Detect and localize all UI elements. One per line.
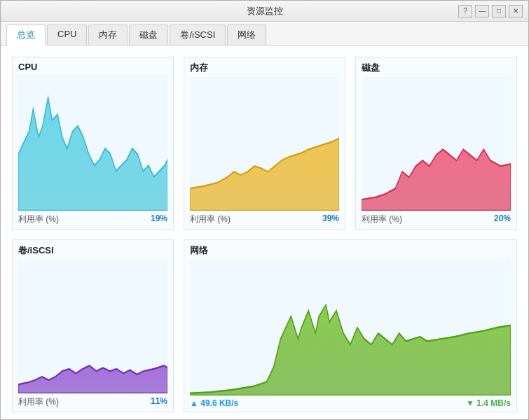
tab-cpu[interactable]: CPU <box>47 24 87 45</box>
tab-volume[interactable]: 卷/iSCSI <box>170 24 226 45</box>
cpu-chart-area <box>18 75 167 211</box>
up-arrow-icon: ▲ <box>190 398 198 408</box>
disk-chart-title: 磁盘 <box>362 62 511 74</box>
volume-footer-label: 利用率 (%) <box>18 396 59 408</box>
main-window: 资源监控 ? — □ ✕ 总览 CPU 内存 磁盘 卷/iSCSI 网络 CPU <box>0 0 529 420</box>
memory-footer-label: 利用率 (%) <box>190 214 231 225</box>
close-button[interactable]: ✕ <box>509 5 523 18</box>
memory-chart-area <box>190 77 339 211</box>
volume-chart-title: 卷/iSCSI <box>18 244 167 257</box>
disk-chart-area <box>362 77 511 211</box>
cpu-chart-title: CPU <box>18 62 167 72</box>
tab-overview[interactable]: 总览 <box>6 24 46 46</box>
cpu-chart-footer: 利用率 (%) 19% <box>18 214 167 225</box>
volume-chart-area <box>18 260 167 393</box>
title-bar-right: ? — □ ✕ <box>350 5 523 18</box>
window-title: 资源监控 <box>179 5 351 18</box>
network-down-speed: ▼ 1.4 MB/s <box>466 398 511 408</box>
memory-chart-footer: 利用率 (%) 39% <box>190 214 339 225</box>
disk-chart-svg <box>362 77 511 211</box>
cpu-footer-value: 19% <box>151 214 167 225</box>
network-chart-svg <box>190 260 511 396</box>
tabs-bar: 总览 CPU 内存 磁盘 卷/iSCSI 网络 <box>1 22 528 46</box>
cpu-chart-card: CPU 利用率 (%) 19% <box>12 57 174 230</box>
svg-marker-3 <box>18 365 167 393</box>
disk-chart-card: 磁盘 利用率 (%) 20% <box>355 57 517 230</box>
down-arrow-icon: ▼ <box>466 398 474 408</box>
volume-footer-value: 11% <box>151 396 167 408</box>
memory-footer-value: 39% <box>322 214 339 225</box>
volume-chart-svg <box>18 260 167 393</box>
main-content: CPU 利用率 (%) 19% 内存 <box>1 46 528 419</box>
help-button[interactable]: ? <box>458 5 472 18</box>
tab-memory[interactable]: 内存 <box>88 24 128 45</box>
title-bar: 资源监控 ? — □ ✕ <box>1 1 528 22</box>
network-chart-title: 网络 <box>190 244 511 257</box>
svg-marker-2 <box>362 149 511 211</box>
tab-network[interactable]: 网络 <box>227 24 266 45</box>
disk-chart-footer: 利用率 (%) 20% <box>362 214 511 225</box>
svg-marker-4 <box>190 305 511 396</box>
maximize-button[interactable]: □ <box>492 5 506 18</box>
memory-chart-title: 内存 <box>190 62 339 74</box>
volume-chart-card: 卷/iSCSI 利用率 (%) 11% <box>12 239 174 412</box>
disk-footer-label: 利用率 (%) <box>362 214 402 225</box>
volume-chart-footer: 利用率 (%) 11% <box>18 396 167 408</box>
disk-footer-value: 20% <box>494 214 511 225</box>
tab-disk[interactable]: 磁盘 <box>129 24 168 45</box>
network-up-speed: ▲ 49.6 KB/s <box>190 398 238 408</box>
memory-chart-svg <box>190 77 339 211</box>
minimize-button[interactable]: — <box>475 5 489 18</box>
cpu-chart-svg <box>18 75 167 211</box>
network-chart-footer: ▲ 49.6 KB/s ▼ 1.4 MB/s <box>190 398 511 408</box>
svg-marker-0 <box>18 97 167 211</box>
network-chart-card: 网络 ▲ 49.6 KB/s <box>184 239 517 412</box>
svg-marker-1 <box>190 139 339 211</box>
cpu-footer-label: 利用率 (%) <box>18 214 59 225</box>
network-chart-area <box>190 260 511 396</box>
memory-chart-card: 内存 利用率 (%) 39% <box>184 57 345 230</box>
